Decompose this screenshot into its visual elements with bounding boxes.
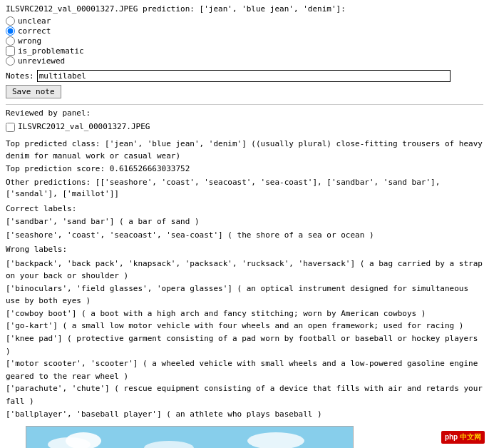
divider-1 xyxy=(6,104,483,105)
top-predicted-class: Top predicted class: ['jean', 'blue jean… xyxy=(6,138,483,162)
reviewed-by-label: Reviewed by panel: xyxy=(6,108,91,118)
notes-input[interactable] xyxy=(37,70,451,82)
other-predictions: Other predictions: [['seashore', 'coast'… xyxy=(6,177,483,200)
radio-unclear[interactable] xyxy=(6,16,15,26)
radio-correct[interactable] xyxy=(6,26,15,36)
wrong-label-5: ['motor scooter', 'scooter'] ( a wheeled… xyxy=(6,357,483,382)
wrong-label-2: ['cowboy boot'] ( a boot with a high arc… xyxy=(6,307,483,320)
panel-item-label: ILSVRC2012_val_00001327.JPEG xyxy=(18,121,150,133)
radio-unreviewed-label: unreviewed xyxy=(18,56,65,66)
save-note-button[interactable]: Save note xyxy=(6,85,61,98)
radio-wrong[interactable] xyxy=(6,36,15,46)
notes-label: Notes: xyxy=(6,71,34,81)
radio-group: unclear correct wrong is_problematic unr… xyxy=(6,16,483,66)
radio-wrong-label: wrong xyxy=(18,36,41,46)
y-axis: 0 50 100 150 200 250 300 350 xyxy=(6,426,26,448)
chart-container: 0 50 100 150 200 250 300 350 xyxy=(6,426,483,448)
wrong-labels-title: Wrong labels: xyxy=(6,244,483,256)
radio-unreviewed[interactable] xyxy=(6,56,15,66)
wrong-label-1: ['binoculars', 'field glasses', 'opera g… xyxy=(6,282,483,307)
wrong-label-4: ['knee pad'] ( protective garment consis… xyxy=(6,332,483,357)
correct-label-1: ['seashore', 'coast', 'seacoast', 'sea-c… xyxy=(6,230,483,242)
wrong-labels-list: ['backpack', 'back pack', 'knapsack', 'p… xyxy=(6,258,483,421)
chart-plot: 0 100 200 300 400 xyxy=(26,426,354,448)
info-block: Top predicted class: ['jean', 'blue jean… xyxy=(6,138,483,200)
wrong-labels-block: Wrong labels: ['backpack', 'back pack', … xyxy=(6,244,483,420)
correct-label-0: ['sandbar', 'sand bar'] ( a bar of sand … xyxy=(6,216,483,228)
checkbox-is-problematic[interactable] xyxy=(6,46,15,56)
checkbox-is-problematic-label: is_problematic xyxy=(18,46,84,56)
wrong-label-3: ['go-kart'] ( a small low motor vehicle … xyxy=(6,320,483,332)
wrong-label-0: ['backpack', 'back pack', 'knapsack', 'p… xyxy=(6,258,483,282)
title-bar: ILSVRC2012_val_00001327.JPEG prediction:… xyxy=(6,4,483,14)
save-note-row: Save note xyxy=(6,83,483,101)
panel-item-row: ILSVRC2012_val_00001327.JPEG xyxy=(6,121,483,135)
php-text: php xyxy=(445,433,458,441)
chart-image xyxy=(26,427,354,448)
correct-labels-title: Correct labels: xyxy=(6,203,483,215)
wrong-label-6: ['parachute', 'chute'] ( rescue equipmen… xyxy=(6,382,483,407)
top-prediction-score: Top prediction score: 0.616526663033752 xyxy=(6,163,483,175)
reviewed-by-panel: Reviewed by panel: xyxy=(6,108,483,120)
notes-row: Notes: xyxy=(6,70,483,82)
panel-item-checkbox[interactable] xyxy=(6,123,15,132)
wrong-label-7: ['ballplayer', 'baseball player'] ( an a… xyxy=(6,408,483,421)
page-title: ILSVRC2012_val_00001327.JPEG prediction:… xyxy=(6,4,346,14)
radio-correct-label: correct xyxy=(18,26,51,36)
php-badge: php 中文网 xyxy=(441,431,485,444)
php-suffix: 中文网 xyxy=(460,433,481,441)
correct-labels-block: Correct labels: ['sandbar', 'sand bar'] … xyxy=(6,203,483,242)
radio-unclear-label: unclear xyxy=(18,16,51,26)
